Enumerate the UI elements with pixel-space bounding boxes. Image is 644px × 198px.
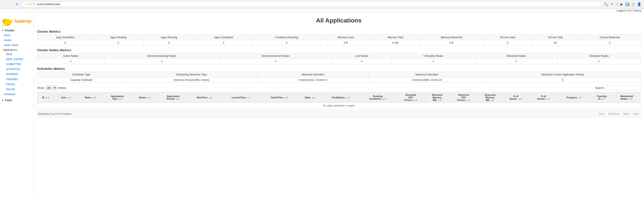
sidebar-app-new-saving[interactable]: NEW_SAVING — [5, 57, 33, 62]
col-tracking-ui: TrackingUI ▲▼ — [590, 92, 613, 103]
col-finish-time: FinishTime ▲▼ — [261, 92, 298, 103]
running-containers-sort-icon[interactable]: ▲▼ — [383, 98, 387, 100]
start-time-sort-icon[interactable]: ▲▼ — [209, 96, 212, 99]
previous-button[interactable]: Previous — [607, 112, 621, 116]
top-bar: All Applications — [37, 15, 640, 28]
active-nodes-link[interactable]: 3 — [70, 60, 72, 63]
search-icon[interactable]: 🔍 — [604, 2, 608, 6]
app-type-sort-icon[interactable]: ▲▼ — [119, 98, 122, 100]
sidebar-app-failed[interactable]: FAILED — [5, 82, 33, 87]
sidebar-node-labels-link[interactable]: Node Labels — [3, 43, 33, 48]
final-status-sort-icon[interactable]: ▲▼ — [346, 96, 350, 99]
search-box: Search: — [595, 86, 640, 90]
col-blacklisted-nodes: BlacklistedNodes ▲▼ — [613, 92, 640, 103]
first-button[interactable]: First — [598, 112, 606, 116]
unhealthy-nodes-link[interactable]: 0 — [433, 60, 434, 63]
queue-sort-icon[interactable]: ▲▼ — [148, 96, 152, 99]
share-icon[interactable]: ➚ — [610, 2, 613, 6]
profile-icon[interactable]: 👤 — [637, 2, 642, 6]
browser-actions: 🔍 ➚ ☆ ▶ 🔙 ▢ 👤 — [604, 2, 642, 6]
sidebar-app-killed[interactable]: KILLED — [5, 87, 33, 92]
val-apps-submitted: 0 — [37, 40, 93, 46]
col-state: State ▲▼ — [298, 92, 322, 103]
sidebar-nodes-link[interactable]: Nodes — [3, 38, 33, 43]
forward-button[interactable]: → — [9, 2, 14, 7]
val-vcores-reserved: 0 — [579, 40, 640, 46]
col-shutdown-nodes: Shutdown Nodes — [557, 54, 640, 59]
blacklisted-sort-icon[interactable]: ▲▼ — [629, 98, 633, 100]
logged-in-bar: Logged in as: hadoop — [0, 9, 644, 13]
col-vcores-total: VCores Total — [532, 35, 579, 40]
sidebar-scheduler-link[interactable]: Scheduler — [3, 92, 33, 97]
decommissioned-nodes-link[interactable]: 0 — [275, 60, 276, 63]
col-scheduler-type: Scheduler Type — [37, 72, 126, 78]
app-priority-sort-icon[interactable]: ▲▼ — [176, 98, 180, 100]
col-alloc-cpu-vcores: AllocatedCPUVCores ▲▼ — [396, 92, 425, 103]
bookmark-icon[interactable]: ☆ — [615, 2, 618, 6]
cluster-metrics-table: Apps Submitted Apps Pending Apps Running… — [37, 34, 640, 46]
col-scheduling-resource-type: Scheduling Resource Type — [126, 72, 257, 78]
sidebar-cluster-links: About Nodes Node Labels Applications NEW… — [0, 33, 33, 97]
sidebar-app-accepted[interactable]: ACCEPTED — [5, 67, 33, 72]
last-button[interactable]: Last — [632, 112, 640, 116]
cluster-nodes-section: Cluster Nodes Metrics Active Nodes Decom… — [37, 48, 640, 64]
window-icon[interactable]: ▢ — [632, 2, 635, 6]
reserved-mem-sort-icon[interactable]: ▲▼ — [490, 99, 494, 102]
col-max-cluster-app-priority: Maximum Cluster Application Priority — [485, 72, 640, 78]
col-containers-running: Containers Running — [252, 35, 320, 40]
reload-button[interactable]: ↻ — [15, 2, 20, 7]
val-scheduler-type: Capacity Scheduler — [37, 78, 126, 83]
user-sort-icon[interactable]: ▲▼ — [68, 96, 71, 99]
reserved-cpu-sort-icon[interactable]: ▲▼ — [466, 99, 470, 102]
search-input[interactable] — [606, 86, 640, 90]
address-bar[interactable]: ⚠ 不安全 node3:8088/cluster — [21, 1, 602, 7]
finish-time-sort-icon[interactable]: ▲▼ — [284, 96, 288, 99]
applications-table: ID ▲▼ User ▲▼ Name ▲▼ ApplicationType ▲▼… — [37, 92, 640, 108]
cluster-nodes-table: Active Nodes Decommissioning Nodes Decom… — [37, 53, 640, 64]
sidebar-app-finished[interactable]: FINISHED — [5, 77, 33, 82]
sidebar-app-submitted[interactable]: SUBMITTED — [5, 62, 33, 67]
tools-label: Tools — [5, 98, 12, 102]
val-vcores-used: 0 — [483, 40, 532, 46]
pct-cluster-sort-icon[interactable]: ▲▼ — [546, 98, 550, 100]
no-data-row: No data available in table — [37, 103, 640, 108]
val-shutdown-nodes: 0 — [557, 59, 640, 64]
play-icon[interactable]: ▶ — [620, 2, 623, 6]
alloc-mem-sort-icon[interactable]: ▲▼ — [438, 99, 441, 102]
sidebar-app-new[interactable]: NEW — [5, 52, 33, 57]
logo-text: hadoop — [14, 18, 31, 24]
id-sort-icon[interactable]: ▲▼ — [46, 96, 50, 99]
back-button[interactable]: ← — [2, 2, 7, 7]
shutdown-nodes-link[interactable]: 0 — [598, 60, 600, 63]
search-label: Search: — [595, 86, 605, 90]
sidebar-app-running[interactable]: RUNNING — [5, 72, 33, 77]
alloc-cpu-sort-icon[interactable]: ▲▼ — [414, 99, 417, 102]
decommissioning-nodes-link[interactable]: 0 — [161, 60, 162, 63]
cluster-metrics-section: Cluster Metrics Apps Submitted Apps Pend… — [37, 30, 640, 46]
sidebar-about-link[interactable]: About — [3, 33, 33, 38]
next-button[interactable]: Next — [622, 112, 630, 116]
col-pct-queue: % ofQueue ▲▼ — [502, 92, 530, 103]
svg-rect-5 — [7, 24, 8, 26]
rebooted-nodes-link[interactable]: 0 — [516, 60, 517, 63]
tracking-ui-sort-icon[interactable]: ▲▼ — [602, 98, 606, 100]
val-containers-running: 0 — [252, 40, 320, 46]
sidebar-tools-header[interactable]: ► Tools — [0, 98, 33, 103]
sidebar-cluster-header[interactable]: ▼ Cluster — [0, 28, 33, 33]
sidebar-cluster-section: ▼ Cluster About Nodes Node Labels Applic… — [0, 28, 33, 97]
state-sort-icon[interactable]: ▲▼ — [312, 96, 316, 99]
launch-time-sort-icon[interactable]: ▲▼ — [247, 96, 251, 99]
pct-queue-sort-icon[interactable]: ▲▼ — [518, 98, 522, 100]
entries-select[interactable]: 10 20 25 50 100 — [46, 86, 57, 90]
cluster-arrow-icon: ▼ — [2, 29, 4, 32]
col-lost-nodes: Lost Nodes — [332, 54, 392, 59]
col-decommissioning-nodes: Decommissioning Nodes — [104, 54, 219, 59]
pagination-buttons: First Previous Next Last — [598, 112, 640, 116]
logged-in-text: Logged in as: hadoop — [616, 9, 642, 12]
lost-nodes-link[interactable]: 0 — [361, 60, 362, 63]
page-title: All Applications — [316, 17, 362, 24]
name-sort-icon[interactable]: ▲▼ — [92, 96, 96, 99]
cluster-metrics-title: Cluster Metrics — [37, 30, 640, 33]
extension-icon[interactable]: 🔙 — [625, 2, 630, 6]
progress-sort-icon[interactable]: ▲▼ — [578, 96, 582, 99]
